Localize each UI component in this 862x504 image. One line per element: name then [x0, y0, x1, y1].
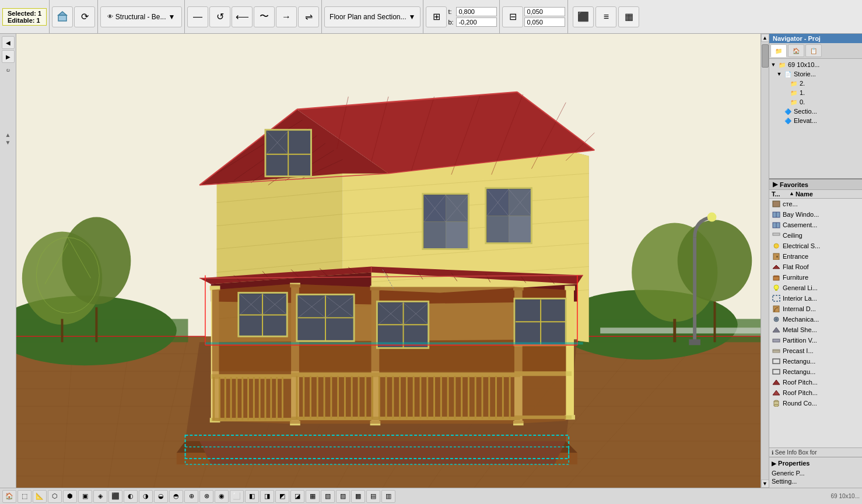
bottom-btn-17[interactable]: ◧: [245, 490, 259, 503]
fav-item-icon-13: [772, 336, 781, 344]
bottom-btn-4[interactable]: ⬡: [48, 490, 62, 503]
right-btn-1[interactable]: ⬛: [573, 6, 594, 27]
bottom-btn-3[interactable]: 📐: [33, 490, 47, 503]
tree-item-project[interactable]: ▼ 📁 69 10x10...: [770, 60, 861, 69]
fav-item-roof-pitch-1[interactable]: Roof Pitch...: [769, 377, 862, 387]
section-icon: 🔷: [783, 107, 793, 115]
bottom-btn-25[interactable]: ▤: [366, 490, 380, 503]
right-btn-3[interactable]: ▦: [618, 6, 639, 27]
bottom-btn-5[interactable]: ⬢: [63, 490, 77, 503]
fav-item-16[interactable]: Rectangu...: [769, 366, 862, 377]
line-tool-2[interactable]: ⟵: [232, 6, 253, 27]
view-mode-dropdown[interactable]: 👁 Structural - Be... ▼: [100, 6, 182, 27]
bottom-btn-24[interactable]: ▩: [351, 490, 365, 503]
nav-tab-view[interactable]: 🏠: [788, 44, 804, 57]
tree-label-project: 69 10x10...: [788, 61, 819, 68]
tree-item-stories[interactable]: ▼ 📄 Storie...: [770, 69, 861, 79]
fav-item-name-9: Interior La...: [783, 295, 817, 302]
fav-item-2[interactable]: Casement...: [769, 220, 862, 230]
fav-item-icon-10: [772, 305, 781, 313]
bottom-btn-2[interactable]: ⬚: [17, 490, 31, 503]
coord-t-input[interactable]: [456, 7, 497, 16]
bottom-btn-14[interactable]: ⊗: [199, 490, 213, 503]
3d-viewport[interactable]: [16, 34, 761, 488]
nav-tab-project[interactable]: 📁: [770, 44, 787, 57]
svg-rect-269: [773, 359, 780, 364]
fav-item-0[interactable]: сте...: [769, 199, 862, 209]
fav-item-flat-roof[interactable]: Flat Roof: [769, 262, 862, 272]
3d-view-button[interactable]: [52, 6, 73, 27]
fav-item-9[interactable]: Interior La...: [769, 293, 862, 304]
bottom-btn-15[interactable]: ◉: [215, 490, 229, 503]
bottom-btn-16[interactable]: ⬜: [230, 490, 244, 503]
tree-item-floor1[interactable]: 📁 1.: [770, 88, 861, 97]
fav-item-11[interactable]: Mechanica...: [769, 314, 862, 325]
bottom-btn-18[interactable]: ◨: [260, 490, 274, 503]
left-tool-2[interactable]: ▶: [2, 50, 15, 63]
fav-item-icon-1: [772, 210, 781, 218]
fav-item-10[interactable]: Internal D...: [769, 304, 862, 314]
status-text: 69 10x10...: [831, 493, 860, 499]
bottom-btn-21[interactable]: ▦: [306, 490, 320, 503]
scroll-down-arrow[interactable]: ▼: [761, 480, 769, 488]
left-tool-1[interactable]: ◀: [2, 36, 15, 49]
line-tool-1[interactable]: —: [187, 6, 208, 27]
fav-item-1[interactable]: Bay Windo...: [769, 209, 862, 220]
tree-item-section[interactable]: 🔷 Sectio...: [770, 107, 861, 116]
prop-item-settings[interactable]: Setting...: [772, 477, 860, 485]
prop-item-generic[interactable]: Generic P...: [772, 469, 860, 477]
fav-item-15[interactable]: Rectangu...: [769, 356, 862, 366]
bottom-btn-23[interactable]: ▨: [336, 490, 350, 503]
extra-coord-1[interactable]: [524, 7, 565, 16]
scroll-up-arrow[interactable]: ▲: [761, 34, 769, 42]
arrow-tool[interactable]: →: [276, 6, 297, 27]
bottom-btn-20[interactable]: ◪: [290, 490, 304, 503]
bottom-btn-9[interactable]: ◐: [124, 490, 138, 503]
fav-item-5[interactable]: Entrance: [769, 251, 862, 262]
fav-item-name-11: Mechanica...: [783, 316, 819, 323]
fav-item-8[interactable]: General Li...: [769, 283, 862, 293]
fav-item-14[interactable]: Precast I...: [769, 346, 862, 356]
fav-item-metal-she[interactable]: Metal She...: [769, 325, 862, 335]
tree-item-floor2[interactable]: 📁 2.: [770, 79, 861, 88]
bottom-btn-22[interactable]: ▧: [321, 490, 335, 503]
bottom-btn-8[interactable]: ⬛: [108, 490, 122, 503]
bottom-btn-6[interactable]: ▣: [78, 490, 92, 503]
vertical-scrollbar[interactable]: ▲ ▼: [761, 34, 769, 488]
bottom-btn-11[interactable]: ◒: [154, 490, 168, 503]
expand-icon: ▼: [770, 62, 776, 68]
double-arrow-tool[interactable]: ⇌: [298, 6, 319, 27]
plan-dropdown[interactable]: Floor Plan and Section... ▼: [324, 6, 421, 27]
fav-item-name-15: Rectangu...: [783, 358, 815, 365]
bottom-btn-19[interactable]: ◩: [275, 490, 289, 503]
bottom-btn-home[interactable]: 🏠: [2, 490, 16, 503]
wave-tool[interactable]: 〜: [254, 6, 275, 27]
tree-label-section: Sectio...: [794, 108, 817, 115]
info-box: ℹ See Info Box for: [769, 447, 862, 457]
bottom-btn-10[interactable]: ◑: [139, 490, 153, 503]
tree-label-elevation: Elevat...: [794, 117, 817, 124]
fav-item-3[interactable]: Ceiling: [769, 230, 862, 241]
toolbar-extra-coords: ⊟: [502, 0, 568, 33]
tree-item-elevation[interactable]: 🔷 Elevat...: [770, 116, 861, 125]
arc-tool[interactable]: ↺: [209, 6, 230, 27]
bottom-btn-13[interactable]: ⊕: [184, 490, 198, 503]
nav-tab-extra[interactable]: 📋: [805, 44, 822, 57]
fav-item-7[interactable]: Furniture: [769, 272, 862, 283]
extra-coord-2[interactable]: [524, 17, 565, 27]
coord-b-input[interactable]: [456, 17, 497, 27]
fav-item-round-column[interactable]: Round Co...: [769, 398, 862, 408]
fav-item-icon-8: [772, 284, 781, 292]
bottom-btn-26[interactable]: ▥: [381, 490, 395, 503]
right-panel: Navigator - Proj 📁 🏠 📋 ▼ 📁 69 10x10... ▼…: [769, 34, 862, 488]
svg-rect-179: [487, 216, 509, 244]
right-btn-2[interactable]: ≡: [595, 6, 616, 27]
rotate-button[interactable]: ⟳: [74, 6, 95, 27]
scroll-thumb[interactable]: [762, 44, 769, 68]
bottom-btn-12[interactable]: ◓: [169, 490, 183, 503]
fav-item-13[interactable]: Partition V...: [769, 335, 862, 346]
fav-item-roof-pitch-2[interactable]: Roof Pitch...: [769, 387, 862, 398]
fav-item-4[interactable]: ⚡ Electrical S...: [769, 241, 862, 251]
tree-item-floor0[interactable]: 📁 0.: [770, 97, 861, 107]
bottom-btn-7[interactable]: ◈: [93, 490, 107, 503]
